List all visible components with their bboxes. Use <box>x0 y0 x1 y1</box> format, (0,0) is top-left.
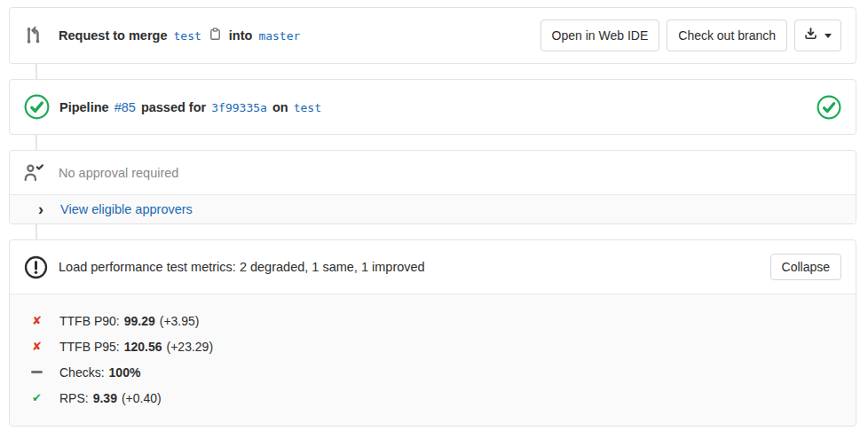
metric-delta: (+23.29) <box>167 340 214 354</box>
download-dropdown-button[interactable] <box>794 20 841 51</box>
download-icon <box>804 27 817 44</box>
pipeline-card: Pipeline #85 passed for 3f99335a on test <box>9 79 856 135</box>
commit-sha-link[interactable]: 3f99335a <box>211 101 267 114</box>
merge-request-widget: Request to merge test into master Open i… <box>9 7 856 427</box>
card-connector-line <box>36 34 37 259</box>
metric-value: 100% <box>109 365 141 380</box>
view-eligible-approvers-link[interactable]: View eligible approvers <box>60 202 193 216</box>
mr-title-prefix: Request to merge <box>59 28 167 43</box>
alert-exclamation-icon <box>24 255 59 279</box>
metric-label: TTFB P95: <box>59 340 120 354</box>
metrics-list: ✘ TTFB P90: 99.29 (+3.95) ✘ TTFB P95: 12… <box>10 294 856 426</box>
metric-delta: (+3.95) <box>160 314 200 328</box>
metric-row: ✔ RPS: 9.39 (+0.40) <box>10 385 856 411</box>
caret-down-icon <box>825 34 832 38</box>
clipboard-icon <box>209 27 222 44</box>
pipeline-status-text: passed for <box>141 100 206 114</box>
metric-row: ✘ TTFB P95: 120.56 (+23.29) <box>10 333 856 359</box>
copy-branch-button[interactable] <box>208 27 223 44</box>
approvals-card: No approval required › View eligible app… <box>9 150 856 224</box>
load-performance-summary: Load performance test metrics: 2 degrade… <box>59 260 425 274</box>
pipeline-label: Pipeline <box>59 100 109 114</box>
metric-value: 120.56 <box>124 340 162 354</box>
pipeline-text: Pipeline #85 passed for 3f99335a on test <box>59 100 321 114</box>
merge-request-icon <box>24 26 59 45</box>
mr-title: Request to merge test into master <box>59 27 300 44</box>
mr-actions: Open in Web IDE Check out branch <box>541 20 841 51</box>
pipeline-ref-branch-link[interactable]: test <box>294 101 321 114</box>
mini-pipeline-stage-icon[interactable] <box>817 95 841 120</box>
eligible-approvers-row: › View eligible approvers <box>10 194 856 223</box>
pipeline-id-link[interactable]: #85 <box>114 100 136 114</box>
approval-status-text: No approval required <box>59 166 178 180</box>
load-performance-card: Load performance test metrics: 2 degrade… <box>9 239 856 427</box>
pipeline-status-passed-icon[interactable] <box>24 94 59 120</box>
same-icon <box>30 371 43 373</box>
collapse-button[interactable]: Collapse <box>770 254 841 280</box>
degraded-icon: ✘ <box>30 340 43 353</box>
metric-value: 99.29 <box>124 314 155 328</box>
metric-row: ✘ TTFB P90: 99.29 (+3.95) <box>10 308 856 333</box>
metric-value: 9.39 <box>93 391 117 405</box>
source-branch-link[interactable]: test <box>173 29 201 43</box>
checkout-branch-button[interactable]: Check out branch <box>667 20 787 51</box>
open-web-ide-button[interactable]: Open in Web IDE <box>541 20 660 51</box>
metric-label: RPS: <box>59 391 89 405</box>
mr-into-label: into <box>229 28 253 43</box>
metric-label: TTFB P90: <box>59 314 120 328</box>
chevron-right-icon[interactable]: › <box>38 203 43 216</box>
degraded-icon: ✘ <box>30 314 43 327</box>
approval-user-check-icon <box>24 164 59 181</box>
metric-delta: (+0.40) <box>122 391 162 405</box>
mr-header-card: Request to merge test into master Open i… <box>9 7 856 64</box>
metric-row: Checks: 100% <box>10 359 856 385</box>
target-branch-link[interactable]: master <box>258 29 300 43</box>
pipeline-on-label: on <box>272 100 288 114</box>
improved-icon: ✔ <box>30 391 43 404</box>
metric-label: Checks: <box>59 365 105 380</box>
